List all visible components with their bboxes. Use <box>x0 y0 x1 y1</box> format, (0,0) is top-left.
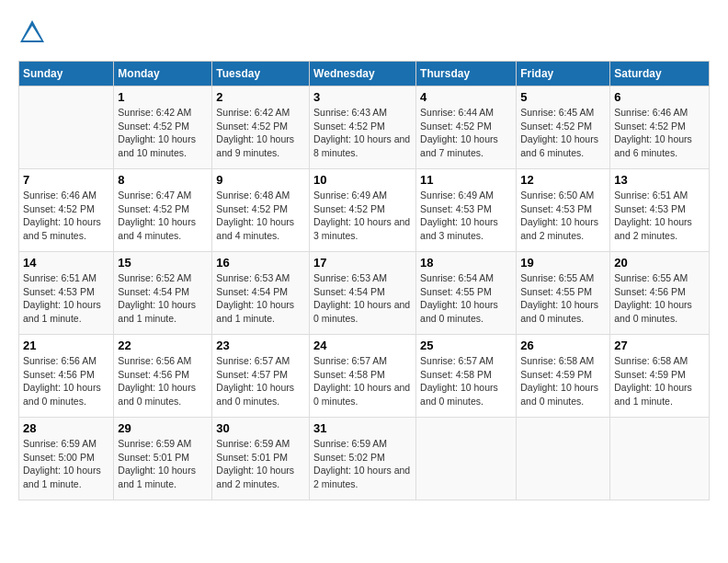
daylight-text: Daylight: 10 hours and 1 minute. <box>614 382 692 407</box>
day-number: 25 <box>420 339 512 352</box>
daylight-text: Daylight: 10 hours and 3 minutes. <box>420 216 498 241</box>
calendar-cell: 20 Sunrise: 6:55 AM Sunset: 4:56 PM Dayl… <box>610 252 710 335</box>
calendar-cell: 8 Sunrise: 6:47 AM Sunset: 4:52 PM Dayli… <box>114 169 212 252</box>
calendar-header-row: SundayMondayTuesdayWednesdayThursdayFrid… <box>19 62 710 86</box>
daylight-text: Daylight: 10 hours and 6 minutes. <box>614 133 692 158</box>
day-info: Sunrise: 6:46 AM Sunset: 4:52 PM Dayligh… <box>614 106 705 160</box>
daylight-text: Daylight: 10 hours and 1 minute. <box>118 299 196 324</box>
sunrise-text: Sunrise: 6:58 AM <box>520 355 594 366</box>
sunrise-text: Sunrise: 6:53 AM <box>216 272 290 283</box>
daylight-text: Daylight: 10 hours and 3 minutes. <box>313 216 410 241</box>
sunrise-text: Sunrise: 6:59 AM <box>216 438 290 449</box>
calendar-cell: 19 Sunrise: 6:55 AM Sunset: 4:55 PM Dayl… <box>517 252 610 335</box>
calendar-cell: 15 Sunrise: 6:52 AM Sunset: 4:54 PM Dayl… <box>114 252 212 335</box>
calendar-week-row: 28 Sunrise: 6:59 AM Sunset: 5:00 PM Dayl… <box>19 418 710 500</box>
sunset-text: Sunset: 4:52 PM <box>614 121 686 132</box>
calendar-cell: 5 Sunrise: 6:45 AM Sunset: 4:52 PM Dayli… <box>517 86 610 169</box>
sunset-text: Sunset: 4:59 PM <box>520 369 592 380</box>
calendar-cell: 30 Sunrise: 6:59 AM Sunset: 5:01 PM Dayl… <box>212 418 310 500</box>
day-number: 16 <box>216 256 305 270</box>
calendar-cell <box>416 418 517 500</box>
calendar-cell: 1 Sunrise: 6:42 AM Sunset: 4:52 PM Dayli… <box>114 86 212 169</box>
sunrise-text: Sunrise: 6:53 AM <box>313 272 387 283</box>
daylight-text: Daylight: 10 hours and 0 minutes. <box>216 382 294 407</box>
calendar-cell: 4 Sunrise: 6:44 AM Sunset: 4:52 PM Dayli… <box>416 86 517 169</box>
column-header-thursday: Thursday <box>416 62 517 86</box>
day-info: Sunrise: 6:59 AM Sunset: 5:02 PM Dayligh… <box>313 437 412 491</box>
calendar-cell: 28 Sunrise: 6:59 AM Sunset: 5:00 PM Dayl… <box>19 418 114 500</box>
day-number: 24 <box>313 339 412 352</box>
sunrise-text: Sunrise: 6:54 AM <box>420 272 494 283</box>
logo <box>18 18 50 46</box>
sunset-text: Sunset: 4:55 PM <box>520 286 592 297</box>
calendar-cell: 6 Sunrise: 6:46 AM Sunset: 4:52 PM Dayli… <box>610 86 710 169</box>
sunrise-text: Sunrise: 6:45 AM <box>520 107 594 118</box>
day-number: 4 <box>420 90 512 104</box>
calendar-cell: 3 Sunrise: 6:43 AM Sunset: 4:52 PM Dayli… <box>310 86 416 169</box>
day-info: Sunrise: 6:53 AM Sunset: 4:54 PM Dayligh… <box>313 271 412 326</box>
sunrise-text: Sunrise: 6:57 AM <box>420 355 494 366</box>
day-info: Sunrise: 6:51 AM Sunset: 4:53 PM Dayligh… <box>614 189 705 243</box>
sunset-text: Sunset: 4:53 PM <box>23 286 95 297</box>
day-info: Sunrise: 6:45 AM Sunset: 4:52 PM Dayligh… <box>520 106 606 160</box>
day-number: 9 <box>216 173 305 187</box>
daylight-text: Daylight: 10 hours and 0 minutes. <box>420 299 498 324</box>
sunrise-text: Sunrise: 6:42 AM <box>118 107 191 118</box>
column-header-wednesday: Wednesday <box>310 62 416 86</box>
sunrise-text: Sunrise: 6:46 AM <box>614 107 688 118</box>
daylight-text: Daylight: 10 hours and 0 minutes. <box>313 299 410 324</box>
sunset-text: Sunset: 4:52 PM <box>520 121 592 132</box>
calendar-cell: 24 Sunrise: 6:57 AM Sunset: 4:58 PM Dayl… <box>310 335 416 418</box>
sunrise-text: Sunrise: 6:42 AM <box>216 107 290 118</box>
calendar-cell: 7 Sunrise: 6:46 AM Sunset: 4:52 PM Dayli… <box>19 169 114 252</box>
day-info: Sunrise: 6:57 AM Sunset: 4:58 PM Dayligh… <box>313 354 412 408</box>
daylight-text: Daylight: 10 hours and 6 minutes. <box>520 133 598 158</box>
day-info: Sunrise: 6:48 AM Sunset: 4:52 PM Dayligh… <box>216 189 305 243</box>
daylight-text: Daylight: 10 hours and 0 minutes. <box>520 382 598 407</box>
day-info: Sunrise: 6:56 AM Sunset: 4:56 PM Dayligh… <box>118 354 208 408</box>
sunset-text: Sunset: 5:00 PM <box>23 452 95 463</box>
daylight-text: Daylight: 10 hours and 1 minute. <box>23 299 101 324</box>
day-info: Sunrise: 6:57 AM Sunset: 4:58 PM Dayligh… <box>420 354 512 408</box>
column-header-sunday: Sunday <box>19 62 114 86</box>
sunrise-text: Sunrise: 6:55 AM <box>614 272 688 283</box>
calendar-cell: 16 Sunrise: 6:53 AM Sunset: 4:54 PM Dayl… <box>212 252 310 335</box>
day-info: Sunrise: 6:47 AM Sunset: 4:52 PM Dayligh… <box>118 189 208 243</box>
day-info: Sunrise: 6:49 AM Sunset: 4:53 PM Dayligh… <box>420 189 512 243</box>
daylight-text: Daylight: 10 hours and 2 minutes. <box>216 465 294 489</box>
column-header-saturday: Saturday <box>610 62 710 86</box>
day-number: 1 <box>118 90 208 104</box>
daylight-text: Daylight: 10 hours and 5 minutes. <box>23 216 101 241</box>
sunset-text: Sunset: 4:52 PM <box>216 203 288 214</box>
day-number: 5 <box>520 90 606 104</box>
sunrise-text: Sunrise: 6:57 AM <box>216 355 290 366</box>
sunrise-text: Sunrise: 6:56 AM <box>23 355 97 366</box>
sunset-text: Sunset: 4:53 PM <box>520 203 592 214</box>
logo-icon <box>18 18 46 46</box>
calendar-cell: 27 Sunrise: 6:58 AM Sunset: 4:59 PM Dayl… <box>610 335 710 418</box>
sunset-text: Sunset: 4:55 PM <box>420 286 492 297</box>
sunrise-text: Sunrise: 6:47 AM <box>118 190 191 201</box>
calendar-week-row: 1 Sunrise: 6:42 AM Sunset: 4:52 PM Dayli… <box>19 86 710 169</box>
sunset-text: Sunset: 4:54 PM <box>216 286 288 297</box>
calendar-cell <box>610 418 710 500</box>
sunset-text: Sunset: 4:53 PM <box>420 203 492 214</box>
day-number: 10 <box>313 173 412 187</box>
day-number: 6 <box>614 90 705 104</box>
day-info: Sunrise: 6:42 AM Sunset: 4:52 PM Dayligh… <box>118 106 208 160</box>
day-info: Sunrise: 6:42 AM Sunset: 4:52 PM Dayligh… <box>216 106 305 160</box>
sunset-text: Sunset: 4:56 PM <box>614 286 686 297</box>
calendar-cell: 12 Sunrise: 6:50 AM Sunset: 4:53 PM Dayl… <box>517 169 610 252</box>
calendar-week-row: 21 Sunrise: 6:56 AM Sunset: 4:56 PM Dayl… <box>19 335 710 418</box>
sunset-text: Sunset: 4:59 PM <box>614 369 686 380</box>
daylight-text: Daylight: 10 hours and 2 minutes. <box>520 216 598 241</box>
sunrise-text: Sunrise: 6:56 AM <box>118 355 191 366</box>
sunrise-text: Sunrise: 6:49 AM <box>313 190 387 201</box>
day-number: 19 <box>520 256 606 270</box>
daylight-text: Daylight: 10 hours and 0 minutes. <box>118 382 196 407</box>
calendar-week-row: 7 Sunrise: 6:46 AM Sunset: 4:52 PM Dayli… <box>19 169 710 252</box>
sunrise-text: Sunrise: 6:51 AM <box>23 272 97 283</box>
day-number: 3 <box>313 90 412 104</box>
daylight-text: Daylight: 10 hours and 8 minutes. <box>313 133 410 158</box>
calendar-cell: 29 Sunrise: 6:59 AM Sunset: 5:01 PM Dayl… <box>114 418 212 500</box>
